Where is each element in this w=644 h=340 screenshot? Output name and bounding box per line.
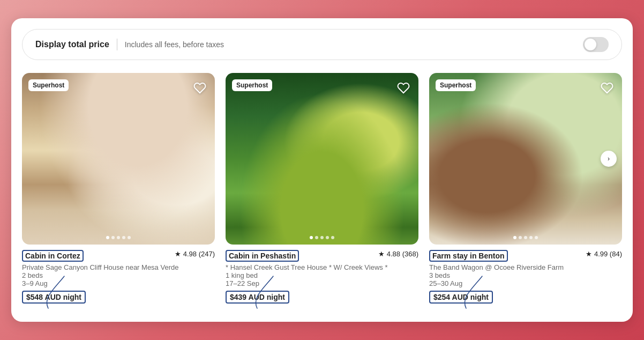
dot-5	[331, 236, 334, 239]
image-dots-peshastin	[310, 236, 334, 239]
dot-5	[128, 236, 131, 239]
wishlist-button-benton[interactable]	[598, 79, 616, 97]
superhost-badge-benton: Superhost	[436, 79, 476, 91]
listing-price-cortez: $548 AUD night	[22, 291, 86, 304]
dot-3	[117, 236, 120, 239]
listing-rating-benton: ★ 4.99 (84)	[586, 250, 622, 258]
dot-5	[535, 236, 538, 239]
listing-beds-benton: 3 beds	[429, 271, 622, 279]
listing-desc-cortez: Private Sage Canyon Cliff House near Mes…	[22, 263, 215, 271]
wishlist-button-peshastin[interactable]	[395, 79, 412, 97]
top-bar-divider	[117, 39, 117, 50]
listings-grid: Superhost Cabin in Cortez ★ 4.9	[22, 73, 622, 306]
listing-name-peshastin: Cabin in Peshastin	[226, 250, 299, 262]
superhost-badge-cortez: Superhost	[28, 79, 69, 91]
listing-info-cortez: Cabin in Cortez ★ 4.98 (247) Private Sag…	[22, 245, 215, 306]
listing-name-cortez: Cabin in Cortez	[22, 250, 84, 262]
listing-info-peshastin: Cabin in Peshastin ★ 4.88 (368) * Hansel…	[226, 245, 418, 306]
dot-2	[111, 236, 115, 239]
listing-card-cortez[interactable]: Superhost Cabin in Cortez ★ 4.9	[22, 73, 215, 306]
listing-top-row-peshastin: Cabin in Peshastin ★ 4.88 (368)	[226, 250, 418, 262]
listing-beds-cortez: 2 beds	[22, 271, 215, 279]
dot-4	[122, 236, 125, 239]
listing-card-benton[interactable]: Superhost › Farm stay in Benton	[429, 73, 622, 306]
dot-3	[524, 236, 527, 239]
dot-1	[310, 236, 313, 239]
listing-image-cortez: Superhost	[22, 73, 215, 245]
superhost-badge-peshastin: Superhost	[232, 79, 272, 91]
listing-rating-peshastin: ★ 4.88 (368)	[378, 250, 418, 258]
listing-price-row-cortez: $548 AUD night	[22, 291, 215, 304]
dot-4	[326, 236, 329, 239]
dot-2	[315, 236, 318, 239]
listing-rating-cortez: ★ 4.98 (247)	[175, 250, 215, 258]
total-price-toggle[interactable]	[583, 37, 609, 52]
dot-3	[320, 236, 324, 239]
listing-dates-benton: 25–30 Aug	[429, 279, 622, 287]
listing-dates-cortez: 3–9 Aug	[22, 279, 215, 287]
dot-1	[513, 236, 516, 239]
image-dots-benton	[513, 236, 538, 239]
listing-top-row-benton: Farm stay in Benton ★ 4.99 (84)	[429, 250, 622, 262]
dot-4	[529, 236, 533, 239]
listing-price-row-benton: $254 AUD night	[429, 291, 622, 304]
top-bar-left: Display total price Includes all fees, b…	[35, 39, 224, 50]
dot-1	[106, 236, 109, 239]
listing-image-peshastin: Superhost	[226, 73, 418, 245]
listing-price-benton: $254 AUD night	[429, 291, 493, 304]
dot-2	[519, 236, 522, 239]
listing-name-benton: Farm stay in Benton	[429, 250, 508, 262]
listing-price-row-peshastin: $439 AUD night	[226, 291, 418, 304]
top-bar-subtitle: Includes all fees, before taxes	[125, 40, 224, 49]
listing-desc-benton: The Band Wagon @ Ocoee Riverside Farm	[429, 263, 622, 271]
listing-price-peshastin: $439 AUD night	[226, 291, 289, 304]
image-dots-cortez	[106, 236, 131, 239]
next-image-button-benton[interactable]: ›	[601, 151, 617, 167]
listing-card-peshastin[interactable]: Superhost Cabin in Peshastin ★	[226, 73, 418, 306]
top-bar: Display total price Includes all fees, b…	[22, 29, 622, 60]
display-total-price-label: Display total price	[35, 40, 109, 49]
listing-image-benton: Superhost ›	[429, 73, 622, 245]
wishlist-button-cortez[interactable]	[191, 79, 208, 97]
listing-info-benton: Farm stay in Benton ★ 4.99 (84) The Band…	[429, 245, 622, 306]
listing-beds-peshastin: 1 king bed	[226, 271, 418, 279]
main-card: Display total price Includes all fees, b…	[11, 18, 633, 322]
listing-dates-peshastin: 17–22 Sep	[226, 279, 418, 287]
listing-top-row-cortez: Cabin in Cortez ★ 4.98 (247)	[22, 250, 215, 262]
listing-desc-peshastin: * Hansel Creek Gust Tree House * W/ Cree…	[226, 263, 418, 271]
